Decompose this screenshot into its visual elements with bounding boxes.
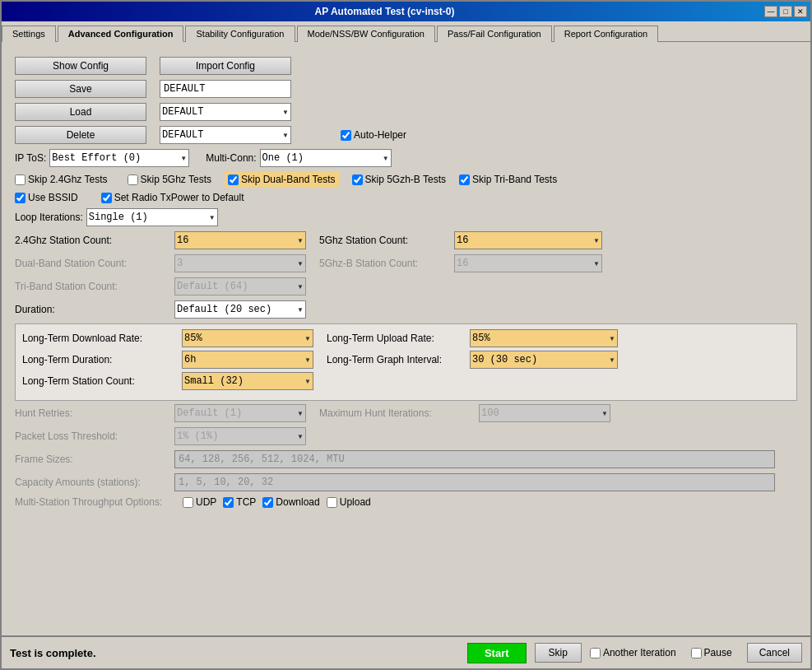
duration-wrapper: Default (20 sec) [174,300,306,319]
delete-select[interactable]: DEFAULT [160,126,291,144]
set-radio-checkbox[interactable] [101,193,112,203]
skip-button[interactable]: Skip [535,643,582,663]
skip-dual-band-checkbox[interactable] [228,174,239,185]
lt-rates-row: Long-Term Download Rate: 85% Long-Term U… [22,329,790,347]
dual-band-select: 3 [174,254,306,272]
import-config-button[interactable]: Import Config [160,57,291,75]
content-area: Show Config Import Config Save Load DEFA… [2,42,810,635]
lt-upload-select[interactable]: 85% [470,329,618,347]
long-term-box: Long-Term Download Rate: 85% Long-Term U… [15,323,797,401]
hunt-row: Hunt Retries: Default (1) Maximum Hunt I… [15,404,797,422]
tab-passfail[interactable]: Pass/Fail Configuration [437,26,552,42]
another-iteration-checkbox[interactable] [590,648,601,658]
config-buttons-row: Show Config Import Config [15,57,797,75]
skip-5ghz-checkbox[interactable] [128,174,138,185]
udp-checkbox[interactable] [183,497,193,508]
use-bssid-text: Use BSSID [28,192,78,203]
lt-download-select[interactable]: 85% [182,329,313,347]
tcp-checkbox[interactable] [223,497,234,508]
download-checkbox[interactable] [262,497,273,508]
auto-helper-checkbox[interactable] [341,130,351,141]
frame-sizes-field [174,450,775,468]
use-bssid-checkbox[interactable] [15,193,26,203]
auto-helper-label: Auto-Helper [354,129,406,141]
lt-duration-select[interactable]: 6h [182,351,313,369]
station-5-select[interactable]: 16 [454,231,602,249]
load-button[interactable]: Load [15,103,146,121]
loop-iterations-select[interactable]: Single (1) [86,208,218,226]
station-24-select[interactable]: 16 [174,231,306,249]
multi-conn-select[interactable]: One (1) [260,149,392,167]
tab-stability[interactable]: Stability Configuration [185,26,295,42]
upload-checkbox[interactable] [327,497,337,508]
download-checkbox-label[interactable]: Download [262,496,319,508]
skip-tri-band-label[interactable]: Skip Tri-Band Tests [459,174,557,185]
lt-graph-select[interactable]: 30 (30 sec) [470,351,618,369]
tcp-checkbox-label[interactable]: TCP [223,496,256,508]
pause-checkbox[interactable] [691,648,702,658]
skip-24ghz-checkbox[interactable] [15,174,26,185]
tab-advanced[interactable]: Advanced Configuration [58,26,184,42]
lt-upload-label: Long-Term Upload Rate: [327,333,466,344]
lt-duration-row: Long-Term Duration: 6h Long-Term Graph I… [22,351,790,369]
lt-upload-wrapper: 85% [470,329,618,347]
tab-settings[interactable]: Settings [2,26,56,42]
capacity-row: Capacity Amounts (stations): [15,473,797,491]
frame-sizes-row: Frame Sizes: [15,450,797,468]
load-select-wrapper: DEFAULT [160,103,291,121]
skip-5ghzb-label[interactable]: Skip 5Gzh-B Tests [352,174,446,185]
lt-station-select[interactable]: Small (32) [182,372,313,390]
skip-dual-band-label[interactable]: Skip Dual-Band Tests [225,172,339,187]
dual-band-label: Dual-Band Station Count: [15,258,171,269]
another-iteration-label[interactable]: Another Iteration [590,647,676,658]
cancel-button[interactable]: Cancel [747,643,802,663]
close-button[interactable]: ✕ [794,6,807,17]
ip-tos-select[interactable]: Best Effort (0) [49,149,189,167]
skip-tests-row: Skip 2.4Ghz Tests Skip 5Ghz Tests Skip D… [15,172,797,187]
lt-graph-wrapper: 30 (30 sec) [470,351,618,369]
lt-station-row: Long-Term Station Count: Small (32) [22,372,790,390]
minimize-button[interactable]: — [764,6,777,17]
maximize-button[interactable]: □ [779,6,792,17]
loop-iterations-row: Loop Iterations: Single (1) [15,208,797,226]
delete-button[interactable]: Delete [15,126,146,144]
start-button[interactable]: Start [467,643,527,663]
pause-text: Pause [704,647,732,658]
tab-mode[interactable]: Mode/NSS/BW Configuration [297,26,435,42]
skip-5ghzb-checkbox[interactable] [352,174,363,185]
max-hunt-wrapper: 100 [479,404,610,422]
hunt-retries-label: Hunt Retries: [15,407,171,419]
tri-band-label: Tri-Band Station Count: [15,281,171,292]
skip-5ghz-label[interactable]: Skip 5Ghz Tests [128,174,211,185]
set-radio-label[interactable]: Set Radio TxPower to Default [101,192,244,203]
pause-label[interactable]: Pause [691,647,732,658]
save-button[interactable]: Save [15,80,146,98]
max-hunt-label: Maximum Hunt Iterations: [319,407,476,419]
multi-conn-label: Multi-Conn: [206,152,256,164]
station-5b-wrapper: 16 [454,254,602,272]
lt-station-label: Long-Term Station Count: [22,375,179,387]
udp-checkbox-label[interactable]: UDP [183,496,216,508]
station-counts-row: 2.4Ghz Station Count: 16 5Ghz Station Co… [15,231,797,249]
status-text: Test is complete. [10,647,459,659]
duration-label: Duration: [15,304,171,315]
show-config-button[interactable]: Show Config [15,57,146,75]
upload-checkbox-label[interactable]: Upload [327,496,371,508]
window-title: AP Automated Test (cv-inst-0) [5,6,764,17]
load-select[interactable]: DEFAULT [160,103,291,121]
station-5b-label: 5Ghz-B Station Count: [319,258,451,269]
tab-report[interactable]: Report Configuration [554,26,659,42]
download-text: Download [276,496,319,508]
set-radio-text: Set Radio TxPower to Default [114,192,244,203]
skip-tri-band-checkbox[interactable] [459,174,470,185]
skip-24ghz-label[interactable]: Skip 2.4Ghz Tests [15,174,108,185]
main-window: AP Automated Test (cv-inst-0) — □ ✕ Sett… [0,0,812,670]
save-field[interactable] [160,80,291,98]
multi-station-row: Multi-Station Throughput Options: UDP TC… [15,496,797,508]
auto-helper-checkbox-label[interactable]: Auto-Helper [341,129,406,141]
duration-select[interactable]: Default (20 sec) [174,300,306,319]
use-bssid-label[interactable]: Use BSSID [15,192,78,203]
tri-band-wrapper: Default (64) [174,277,306,295]
multi-conn-wrapper: One (1) [260,149,392,167]
multi-station-label: Multi-Station Throughput Options: [15,496,179,508]
